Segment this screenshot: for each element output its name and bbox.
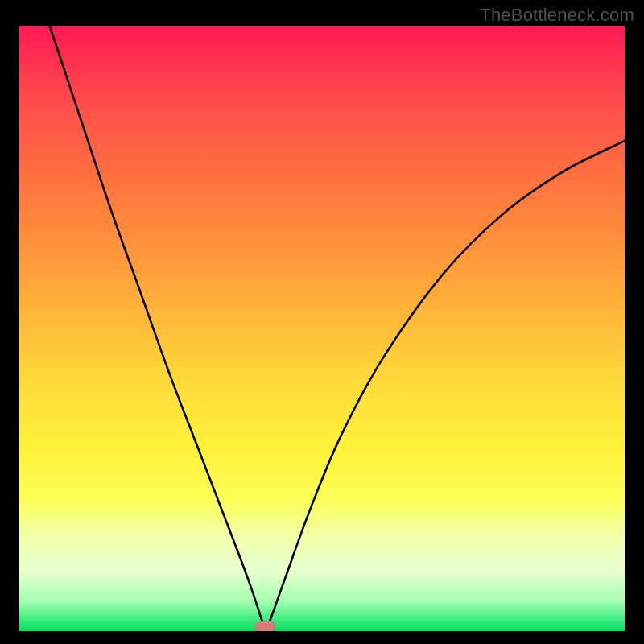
bottleneck-curve bbox=[19, 26, 625, 631]
plot-area bbox=[19, 26, 625, 631]
minimum-marker bbox=[254, 621, 275, 631]
chart-frame: TheBottleneck.com bbox=[0, 0, 644, 644]
watermark-text: TheBottleneck.com bbox=[480, 5, 634, 26]
curve-svg bbox=[19, 26, 625, 631]
